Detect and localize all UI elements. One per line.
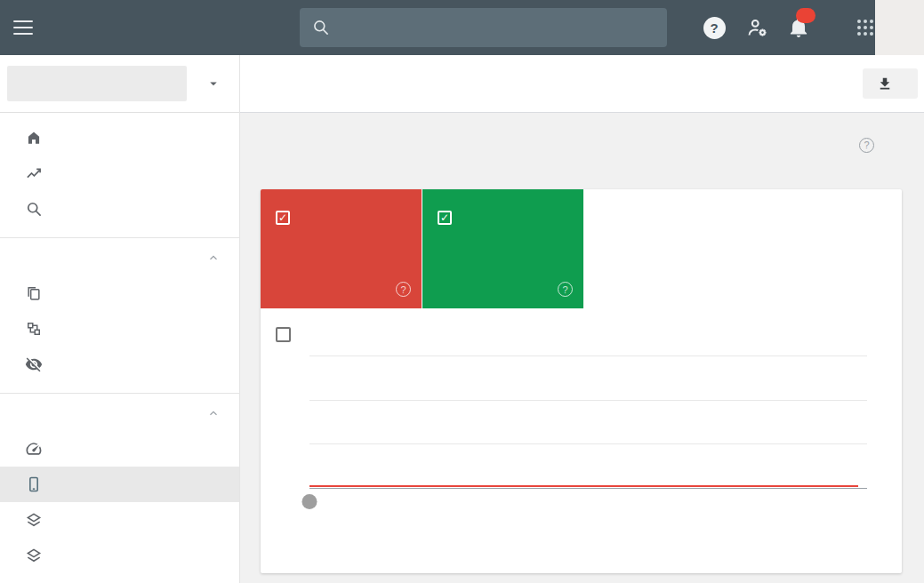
- sidebar-item-leistung[interactable]: [0, 156, 239, 191]
- property-name-placeholder: [7, 66, 187, 101]
- sidebar-item-navigationspfade[interactable]: [0, 502, 239, 538]
- notification-badge: [796, 8, 816, 23]
- valid-help-icon[interactable]: ?: [558, 282, 573, 297]
- chevron-up-icon: [207, 407, 220, 419]
- property-selector[interactable]: [0, 55, 239, 113]
- divider: [0, 237, 239, 238]
- apps-grid-icon: [857, 20, 873, 36]
- help-icon: ?: [703, 17, 726, 39]
- section-header-index[interactable]: [0, 240, 239, 276]
- sidebar-nav: [0, 113, 239, 227]
- report-card: ✓ ? ✓ ?: [261, 189, 902, 573]
- plot-area: [309, 355, 858, 488]
- usability-chart: [272, 355, 902, 525]
- sidebar-item-entfernen[interactable]: [0, 347, 239, 382]
- sidebar: [0, 55, 240, 583]
- sidebar-item-uebersicht[interactable]: [0, 120, 239, 156]
- app-logo[interactable]: [49, 0, 55, 55]
- sidebar-item-faq[interactable]: [0, 538, 239, 573]
- search-input[interactable]: [344, 20, 655, 36]
- issue-marker[interactable]: [302, 494, 317, 509]
- valid-checkbox-checked[interactable]: ✓: [438, 211, 452, 225]
- sidebar-item-sitemaps[interactable]: [0, 311, 239, 347]
- impressions-toggle[interactable]: [276, 327, 302, 342]
- chevron-down-icon: [205, 76, 221, 92]
- smartphone-icon: [25, 475, 43, 493]
- sidebar-item-core-web-vitals[interactable]: [0, 431, 239, 467]
- layers-icon: [25, 547, 43, 564]
- home-icon: [25, 129, 43, 147]
- error-help-icon[interactable]: ?: [396, 282, 411, 297]
- account-avatar[interactable]: [875, 0, 924, 55]
- notifications-button[interactable]: [783, 0, 814, 55]
- topbar: ?: [0, 0, 924, 55]
- error-summary-card[interactable]: ✓ ?: [261, 189, 422, 308]
- report-meta: ?: [240, 129, 924, 161]
- layers-icon: [25, 511, 43, 529]
- divider: [0, 393, 239, 394]
- impressions-checkbox-unchecked[interactable]: [276, 327, 291, 342]
- error-checkbox-checked[interactable]: ✓: [276, 211, 290, 225]
- bars[interactable]: [309, 355, 858, 488]
- y-axis-ticks: [272, 355, 309, 488]
- performance-icon: [25, 164, 43, 182]
- user-settings-button[interactable]: [742, 0, 772, 55]
- chevron-up-icon: [207, 252, 220, 264]
- download-icon: [877, 76, 893, 92]
- user-settings-icon: [745, 16, 769, 40]
- sidebar-item-mobile-usability[interactable]: [0, 467, 239, 502]
- search-icon: [312, 19, 330, 36]
- hamburger-menu-icon[interactable]: [13, 17, 36, 38]
- error-series-line: [309, 485, 858, 487]
- sidebar-item-url-pruefung[interactable]: [0, 191, 239, 227]
- eye-off-icon: [25, 355, 43, 373]
- url-inspection-searchbox[interactable]: [300, 8, 667, 47]
- valid-summary-card[interactable]: ✓ ?: [422, 189, 583, 308]
- gauge-icon: [25, 440, 43, 458]
- summary-row: ✓ ? ✓ ?: [261, 189, 902, 308]
- source-help-icon[interactable]: ?: [859, 138, 874, 153]
- export-button[interactable]: [863, 68, 918, 99]
- magnifier-icon: [25, 200, 43, 218]
- page-header: [240, 55, 924, 113]
- sitemap-icon: [25, 320, 43, 338]
- main-content: ? ✓ ? ✓ ?: [240, 55, 924, 583]
- help-button[interactable]: ?: [699, 0, 729, 55]
- coverage-icon: [25, 284, 43, 302]
- section-header-verbesserungen[interactable]: [0, 395, 239, 431]
- x-axis-labels: [309, 511, 858, 525]
- sidebar-item-abdeckung[interactable]: [0, 276, 239, 311]
- x-axis-line: [309, 488, 867, 489]
